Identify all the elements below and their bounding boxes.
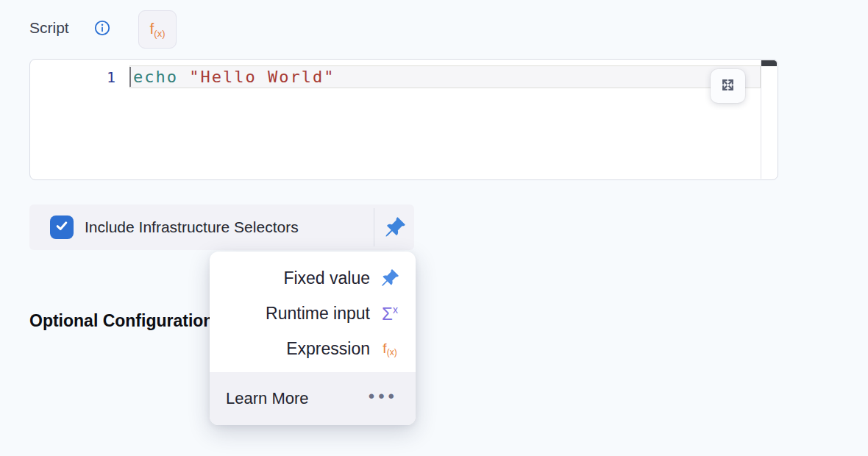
include-infrastructure-selectors-row: Include Infrastructure Selectors xyxy=(29,204,414,250)
fx-icon: f(x) xyxy=(379,341,401,357)
divider xyxy=(374,208,374,246)
editor-scrollbar-thumb[interactable] xyxy=(761,60,777,66)
fx-icon: f(x) xyxy=(149,21,165,38)
pin-icon xyxy=(379,268,401,288)
optional-configuration-heading: Optional Configurations xyxy=(29,311,223,331)
checkbox-label: Include Infrastructure Selectors xyxy=(85,204,299,250)
script-field-label: Script xyxy=(29,19,69,37)
text-caret xyxy=(129,67,131,87)
ellipsis-icon[interactable]: ••• xyxy=(369,388,398,410)
code-line: echo "Hello World" xyxy=(133,65,335,88)
sigma-icon: Σx xyxy=(379,304,401,323)
menu-item-label: Fixed value xyxy=(283,268,370,288)
expand-icon xyxy=(720,77,736,96)
include-infrastructure-selectors-checkbox[interactable] xyxy=(50,215,74,239)
expression-toggle-button[interactable]: f(x) xyxy=(138,10,177,49)
script-code-editor[interactable]: 1 echo "Hello World" xyxy=(29,59,778,180)
menu-item-expression[interactable]: Expression f(x) xyxy=(210,331,416,366)
code-token-string: "Hello World" xyxy=(178,68,335,86)
editor-canvas: 1 echo "Hello World" xyxy=(30,60,778,179)
menu-item-label: Expression xyxy=(286,339,370,359)
menu-item-runtime-input[interactable]: Runtime input Σx xyxy=(210,296,416,331)
info-icon[interactable] xyxy=(94,20,110,36)
menu-footer: Learn More ••• xyxy=(210,372,416,425)
menu-item-fixed-value[interactable]: Fixed value xyxy=(210,260,416,296)
learn-more-link[interactable]: Learn More xyxy=(226,389,309,408)
menu-item-label: Runtime input xyxy=(266,304,370,324)
checkmark-icon xyxy=(54,218,69,236)
line-number: 1 xyxy=(101,66,121,89)
pin-icon[interactable] xyxy=(384,216,406,238)
expand-editor-button[interactable] xyxy=(711,69,745,103)
editor-scrollbar-track[interactable] xyxy=(761,60,761,179)
menu-item-list: Fixed value Runtime input Σx Expression … xyxy=(210,252,416,366)
code-token-command: echo xyxy=(133,68,178,86)
input-type-dropdown-menu: Fixed value Runtime input Σx Expression … xyxy=(210,252,416,425)
